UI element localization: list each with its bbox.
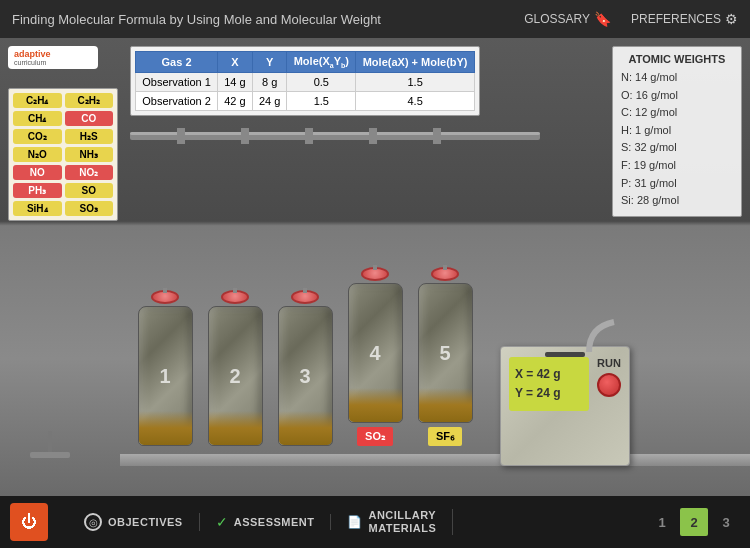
molecule-card-h2s[interactable]: H₂S	[65, 129, 114, 144]
cylinder-4-label[interactable]: SO₂	[357, 427, 393, 446]
machine-y-value: Y = 24 g	[515, 384, 583, 403]
aw-h: H: 1 g/mol	[621, 122, 733, 140]
cylinder-1-body: 1	[138, 306, 193, 446]
molecule-card-so3[interactable]: SO₃	[65, 201, 114, 216]
run-button[interactable]	[597, 373, 621, 397]
top-bar: Finding Molecular Formula by Using Mole …	[0, 0, 750, 38]
page-2-button[interactable]: 2	[680, 508, 708, 536]
cylinder-2: 2	[208, 290, 263, 446]
power-button[interactable]: ⏻	[10, 503, 48, 541]
cylinder-3: 3	[278, 290, 333, 446]
nav-ancillary[interactable]: 📄 ANCILLARY MATERIALS	[331, 509, 453, 535]
power-icon: ⏻	[21, 513, 37, 531]
gear-icon: ⚙	[725, 11, 738, 27]
page-3-button[interactable]: 3	[712, 508, 740, 536]
page-numbers: 1 2 3	[648, 508, 740, 536]
cylinder-5-label[interactable]: SF₆	[428, 427, 462, 446]
objectives-label: OBJECTIVES	[108, 516, 183, 528]
cylinder-5-body: 5	[418, 283, 473, 423]
nav-assessment[interactable]: ✓ ASSESSMENT	[200, 514, 332, 530]
board-base	[30, 452, 70, 458]
machine-x-value: X = 42 g	[515, 365, 583, 384]
machine-display: X = 42 g Y = 24 g	[509, 357, 589, 411]
molecule-card-c2h2[interactable]: C₂H₂	[65, 93, 114, 108]
molecule-card-n2o[interactable]: N₂O	[13, 147, 62, 162]
obs2-label: Observation 2	[136, 92, 218, 111]
logo-subtext: curriculum	[14, 59, 92, 66]
glossary-icon: 🔖	[594, 11, 611, 27]
nav-objectives[interactable]: ◎ OBJECTIVES	[68, 513, 200, 531]
materials-label: MATERIALS	[368, 522, 436, 535]
molecule-card-sih4[interactable]: SiH₄	[13, 201, 62, 216]
bottom-bar: ⏻ ◎ OBJECTIVES ✓ ASSESSMENT 📄 ANCILLARY …	[0, 496, 750, 548]
ancillary-label: ANCILLARY	[368, 509, 436, 522]
assessment-label: ASSESSMENT	[234, 516, 315, 528]
data-table: Gas 2 X Y Mole(XaYb) Mole(aX) + Mole(bY)…	[135, 51, 475, 111]
molecule-card-co[interactable]: CO	[65, 111, 114, 126]
molecule-card-ch4[interactable]: CH₄	[13, 111, 62, 126]
molecule-card-so[interactable]: SO	[65, 183, 114, 198]
obs2-mole-xy: 1.5	[287, 92, 356, 111]
aw-p: P: 31 g/mol	[621, 175, 733, 193]
bottom-nav: ◎ OBJECTIVES ✓ ASSESSMENT 📄 ANCILLARY MA…	[68, 509, 648, 535]
machine-device: X = 42 g Y = 24 g RUN	[500, 346, 630, 466]
obs2-y: 24 g	[252, 92, 287, 111]
col-header-mole-sum: Mole(aX) + Mole(bY)	[356, 52, 475, 73]
aw-s: S: 32 g/mol	[621, 139, 733, 157]
obs1-mole-xy: 0.5	[287, 73, 356, 92]
aw-o: O: 16 g/mol	[621, 87, 733, 105]
cylinder-4-valve[interactable]	[361, 267, 389, 281]
cylinder-4: 4 SO₂	[348, 267, 403, 446]
ancillary-doc-icon: 📄	[347, 515, 362, 529]
cylinder-5-valve[interactable]	[431, 267, 459, 281]
obs2-x: 42 g	[218, 92, 253, 111]
molecule-card-ph3[interactable]: PH₃	[13, 183, 62, 198]
cylinder-5: 5 SF₆	[418, 267, 473, 446]
page-1-button[interactable]: 1	[648, 508, 676, 536]
cylinders-area: 1 2 3 4 SO₂ 5 SF₆	[130, 138, 480, 456]
page-title: Finding Molecular Formula by Using Mole …	[12, 12, 524, 27]
cylinder-3-valve[interactable]	[291, 290, 319, 304]
data-table-container: Gas 2 X Y Mole(XaYb) Mole(aX) + Mole(bY)…	[130, 46, 480, 116]
glossary-button[interactable]: GLOSSARY 🔖	[524, 11, 611, 27]
cylinder-2-body: 2	[208, 306, 263, 446]
aw-si: Si: 28 g/mol	[621, 192, 733, 210]
col-header-mole-xy: Mole(XaYb)	[287, 52, 356, 73]
logo-area: adaptive curriculum	[8, 46, 98, 69]
molecule-card-no[interactable]: NO	[13, 165, 62, 180]
assessment-check-icon: ✓	[216, 514, 228, 530]
glossary-label: GLOSSARY	[524, 12, 590, 26]
table-row: Observation 2 42 g 24 g 1.5 4.5	[136, 92, 475, 111]
preferences-label: PREFERENCES	[631, 12, 721, 26]
logo-text: adaptive	[14, 49, 92, 59]
aw-n: N: 14 g/mol	[621, 69, 733, 87]
machine-tube	[559, 317, 619, 352]
atomic-weights-panel: ATOMIC WEIGHTS N: 14 g/mol O: 16 g/mol C…	[612, 46, 742, 217]
obs1-x: 14 g	[218, 73, 253, 92]
cylinder-1: 1	[138, 290, 193, 446]
obs2-mole-sum: 4.5	[356, 92, 475, 111]
objectives-icon: ◎	[84, 513, 102, 531]
main-area: adaptive curriculum C₂H₄ C₂H₂ CH₄ CO CO₂…	[0, 38, 750, 496]
cylinder-2-valve[interactable]	[221, 290, 249, 304]
col-header-x: X	[218, 52, 253, 73]
aw-c: C: 12 g/mol	[621, 104, 733, 122]
col-header-gas: Gas 2	[136, 52, 218, 73]
molecule-card-c2h4[interactable]: C₂H₄	[13, 93, 62, 108]
aw-f: F: 19 g/mol	[621, 157, 733, 175]
molecule-board: C₂H₄ C₂H₂ CH₄ CO CO₂ H₂S N₂O NH₃ NO NO₂ …	[8, 88, 118, 221]
table-row: Observation 1 14 g 8 g 0.5 1.5	[136, 73, 475, 92]
svg-rect-1	[130, 132, 540, 135]
obs1-label: Observation 1	[136, 73, 218, 92]
molecule-card-nh3[interactable]: NH₃	[65, 147, 114, 162]
obs1-mole-sum: 1.5	[356, 73, 475, 92]
cylinder-3-body: 3	[278, 306, 333, 446]
obs1-y: 8 g	[252, 73, 287, 92]
molecule-card-co2[interactable]: CO₂	[13, 129, 62, 144]
preferences-button[interactable]: PREFERENCES ⚙	[631, 11, 738, 27]
cylinder-1-valve[interactable]	[151, 290, 179, 304]
molecule-card-no2[interactable]: NO₂	[65, 165, 114, 180]
run-button-area: RUN	[597, 357, 621, 397]
run-label: RUN	[597, 357, 621, 369]
cylinder-4-body: 4	[348, 283, 403, 423]
